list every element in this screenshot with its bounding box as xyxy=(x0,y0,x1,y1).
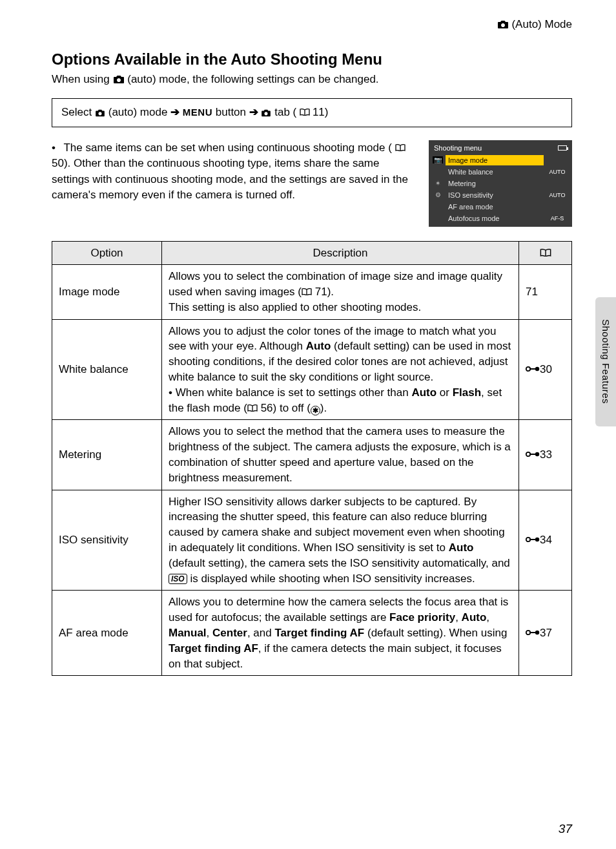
svg-rect-10 xyxy=(529,632,535,633)
page-header: (Auto) Mode xyxy=(52,18,572,32)
lcd-row-value: AUTO xyxy=(546,192,568,198)
nav-button-word: button xyxy=(216,106,249,118)
intro-before: When using xyxy=(52,73,113,85)
svg-rect-7 xyxy=(529,539,535,540)
book-icon xyxy=(540,248,551,258)
nav-auto-mode: (auto) mode xyxy=(108,106,170,118)
cell-reference: 33 xyxy=(519,420,572,490)
lcd-row-label: Metering xyxy=(446,178,544,189)
page-number: 37 xyxy=(559,822,572,836)
navigation-box: Select (auto) mode ➔ MENU button ➔ tab (… xyxy=(52,98,572,127)
cell-reference: 34 xyxy=(519,490,572,591)
arrow-icon: ➔ xyxy=(249,106,258,118)
lcd-row-icon: ✶ xyxy=(433,180,443,187)
lcd-row-icon: ⚙ xyxy=(433,191,443,198)
page-content: (Auto) Mode Options Available in the Aut… xyxy=(0,0,616,676)
th-reference xyxy=(519,241,572,265)
lcd-menu-row: ✶Metering xyxy=(431,178,570,189)
cell-option: ISO sensitivity xyxy=(52,490,162,591)
iso-badge-icon: ISO xyxy=(169,574,187,584)
lcd-menu-row: White balanceAUTO xyxy=(431,166,570,178)
cell-description: Allows you to determine how the camera s… xyxy=(162,591,519,676)
header-mode-text: (Auto) Mode xyxy=(511,18,572,30)
table-row: ISO sensitivityHigher ISO sensitivity al… xyxy=(52,490,572,591)
lcd-title-row: Shooting menu xyxy=(431,143,570,154)
lcd-menu-row: AF area mode xyxy=(431,201,570,213)
camera-icon xyxy=(113,72,125,89)
table-header-row: Option Description xyxy=(52,241,572,265)
bold-term: Auto xyxy=(462,611,487,624)
section-tab: Shooting Features xyxy=(595,297,616,426)
bullet-list: • The same items can be set when using c… xyxy=(52,140,418,227)
bullet-dot: • xyxy=(52,140,61,156)
bold-term: Auto xyxy=(449,541,474,554)
cell-description: Allows you to select the combination of … xyxy=(162,265,519,319)
cell-option: Image mode xyxy=(52,265,162,319)
lcd-menu-row: Autofocus modeAF-S xyxy=(431,213,570,224)
svg-rect-4 xyxy=(529,454,535,455)
lcd-row-value: AUTO xyxy=(546,169,568,175)
lcd-row-value: AF-S xyxy=(546,215,568,222)
bold-term: Face priority xyxy=(389,611,455,624)
lcd-row-label: ISO sensitivity xyxy=(446,190,544,200)
th-description: Description xyxy=(162,241,519,265)
nav-tab-word: tab ( xyxy=(274,106,296,118)
book-icon xyxy=(300,107,313,118)
nav-page-ref: 11) xyxy=(313,106,329,118)
section-tab-label: Shooting Features xyxy=(601,319,611,404)
lcd-screenshot: Shooting menu 📷Image modeWhite balanceAU… xyxy=(429,140,572,227)
camera-icon xyxy=(261,107,271,120)
reference-section-icon xyxy=(526,536,540,545)
book-icon xyxy=(395,143,406,153)
book-icon xyxy=(247,403,258,414)
reference-section-icon xyxy=(526,629,540,638)
bold-term: Flash xyxy=(453,386,481,399)
lcd-title: Shooting menu xyxy=(434,144,482,152)
battery-icon xyxy=(558,145,567,151)
flash-off-icon: ✱ xyxy=(311,406,320,415)
lcd-row-label: White balance xyxy=(446,167,544,177)
bullet-text-2: 50). Other than the continuous shooting … xyxy=(52,157,408,201)
cell-reference: 37 xyxy=(519,591,572,676)
reference-section-icon xyxy=(526,365,540,375)
bold-term: Target finding AF xyxy=(169,642,258,655)
menu-button-label: MENU xyxy=(183,107,212,118)
lcd-menu-row: ⚙ISO sensitivityAUTO xyxy=(431,189,570,201)
svg-point-5 xyxy=(535,452,539,456)
cell-reference: 71 xyxy=(519,265,572,319)
lcd-menu-row: 📷Image mode xyxy=(431,154,570,166)
intro-text: When using (auto) mode, the following se… xyxy=(52,71,572,89)
camera-icon xyxy=(95,107,105,120)
cell-option: AF area mode xyxy=(52,591,162,676)
cell-option: White balance xyxy=(52,319,162,420)
table-row: MeteringAllows you to select the method … xyxy=(52,420,572,490)
bullet-body: The same items can be set when using con… xyxy=(52,142,408,202)
bold-term: Manual xyxy=(169,627,207,639)
svg-point-11 xyxy=(535,631,539,634)
svg-point-2 xyxy=(535,367,539,371)
cell-reference: 30 xyxy=(519,319,572,420)
lcd-row-icon: 📷 xyxy=(433,156,443,163)
options-table: Option Description Image modeAllows you … xyxy=(52,241,572,676)
content-row: • The same items can be set when using c… xyxy=(52,140,572,227)
bold-term: Center xyxy=(212,627,247,639)
nav-select: Select xyxy=(61,106,95,118)
bold-term: Target finding AF xyxy=(274,627,364,639)
lcd-row-label: Autofocus mode xyxy=(446,213,544,224)
intro-after: (auto) mode, the following settings can … xyxy=(127,73,378,85)
svg-point-8 xyxy=(535,538,539,541)
cell-description: Allows you to adjust the color tones of … xyxy=(162,319,519,420)
page-title: Options Available in the Auto Shooting M… xyxy=(52,50,572,68)
table-row: White balanceAllows you to adjust the co… xyxy=(52,319,572,420)
book-icon xyxy=(302,287,312,297)
svg-rect-1 xyxy=(529,368,535,370)
reference-section-icon xyxy=(526,450,540,460)
th-option: Option xyxy=(52,241,162,265)
cell-option: Metering xyxy=(52,420,162,490)
lcd-row-label: Image mode xyxy=(446,155,544,165)
cell-description: Higher ISO sensitivity allows darker sub… xyxy=(162,490,519,591)
arrow-icon: ➔ xyxy=(170,106,180,118)
table-row: Image modeAllows you to select the combi… xyxy=(52,265,572,319)
bold-term: Auto xyxy=(411,386,436,399)
cell-description: Allows you to select the method that the… xyxy=(162,420,519,490)
